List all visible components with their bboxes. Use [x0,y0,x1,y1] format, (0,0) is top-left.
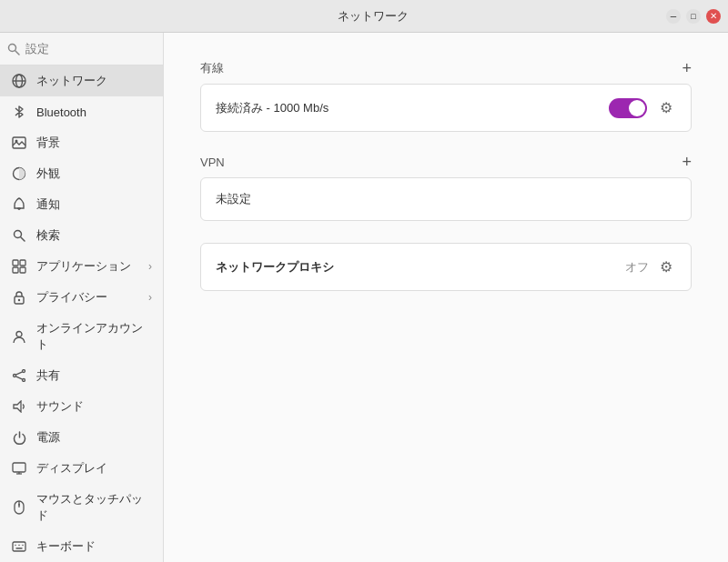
sidebar: ☰ ネットワーク Bluetooth [0,33,164,562]
background-icon [11,135,27,151]
svg-rect-12 [20,260,25,266]
privacy-icon [11,289,27,306]
sidebar-item-label: マウスとタッチパッド [36,491,152,524]
proxy-section: ネットワークプロキシ オフ ⚙ [200,243,692,291]
wired-connection-card: 接続済み - 1000 Mb/s ⚙ [200,84,692,132]
proxy-card: ネットワークプロキシ オフ ⚙ [200,243,692,291]
svg-rect-30 [13,542,25,551]
search-icon [7,43,20,55]
svg-line-22 [15,376,22,379]
sidebar-item-label: 電源 [36,429,60,446]
wired-toggle[interactable] [609,98,647,118]
wired-section: 有線 + 接続済み - 1000 Mb/s ⚙ [200,60,692,132]
search-sidebar-icon [11,227,27,244]
main-content: 有線 + 接続済み - 1000 Mb/s ⚙ VPN + 未設定 [164,33,728,562]
bluetooth-icon [11,104,27,120]
sidebar-search-bar: ☰ [0,33,163,65]
window-controls: ─ □ ✕ [666,9,721,24]
sidebar-item-label: Bluetooth [36,105,86,119]
svg-point-19 [23,379,25,382]
sidebar-item-applications[interactable]: アプリケーション › [0,251,163,282]
applications-icon [11,258,27,275]
sidebar-item-label: 背景 [36,135,60,151]
proxy-status: オフ [625,259,649,276]
wired-section-header: 有線 + [200,60,692,76]
wired-add-button[interactable]: + [682,60,692,76]
sidebar-item-label: 外観 [36,166,60,182]
wired-section-title: 有線 [200,60,224,76]
sidebar-item-bluetooth[interactable]: Bluetooth [0,96,163,127]
wired-connection-label: 接続済み - 1000 Mb/s [216,100,609,116]
sidebar-item-mouse-touchpad[interactable]: マウスとタッチパッド [0,484,163,531]
sidebar-item-label: サウンド [36,398,84,415]
power-icon [11,429,27,446]
svg-rect-14 [20,267,25,273]
sidebar-item-notification[interactable]: 通知 [0,189,163,220]
sidebar-item-appearance[interactable]: 外観 [0,158,163,189]
sidebar-item-label: 検索 [36,227,60,244]
svg-point-18 [23,370,25,373]
wired-settings-button[interactable]: ⚙ [656,97,676,118]
vpn-no-config-card: 未設定 [200,177,692,221]
sidebar-item-label: オンラインアカウント [36,320,152,353]
svg-point-17 [16,332,22,337]
search-input[interactable] [25,42,164,55]
vpn-section: VPN + 未設定 [200,154,692,221]
titlebar: ネットワーク ─ □ ✕ [0,0,728,33]
vpn-section-title: VPN [200,156,225,169]
app-layout: ☰ ネットワーク Bluetooth [0,33,728,562]
sidebar-item-background[interactable]: 背景 [0,127,163,158]
svg-line-1 [15,50,20,55]
window-title: ネットワーク [80,8,666,25]
vpn-section-header: VPN + [200,154,692,170]
sidebar-item-label: プライバシー [36,289,107,306]
sidebar-item-label: ネットワーク [36,73,107,89]
proxy-settings-button[interactable]: ⚙ [656,256,676,277]
keyboard-icon [11,538,27,555]
close-button[interactable]: ✕ [706,9,721,24]
maximize-button[interactable]: □ [686,9,701,24]
display-icon [11,460,27,477]
svg-point-16 [18,299,20,301]
chevron-right-icon: › [148,291,152,304]
mouse-icon [11,499,27,516]
sidebar-item-display[interactable]: ディスプレイ [0,453,163,484]
notification-icon [11,196,27,213]
sidebar-item-label: アプリケーション [36,258,131,275]
sharing-icon [11,367,27,384]
sidebar-item-sharing[interactable]: 共有 [0,360,163,391]
online-accounts-icon [11,328,27,345]
sidebar-item-search[interactable]: 検索 [0,220,163,251]
sidebar-item-label: キーボード [36,538,96,555]
sound-icon [11,398,27,415]
svg-point-20 [14,375,16,377]
vpn-no-config-label: 未設定 [216,191,676,207]
sidebar-item-label: ディスプレイ [36,460,107,477]
sidebar-item-power[interactable]: 電源 [0,422,163,453]
sidebar-item-network[interactable]: ネットワーク [0,65,163,96]
chevron-right-icon: › [148,260,152,273]
svg-marker-23 [14,401,21,412]
svg-line-10 [21,237,25,242]
svg-rect-11 [13,260,18,266]
sidebar-item-keyboard[interactable]: キーボード [0,531,163,562]
proxy-label: ネットワークプロキシ [216,259,625,276]
sidebar-item-label: 通知 [36,196,60,213]
svg-line-21 [15,372,22,375]
svg-rect-13 [13,267,18,273]
vpn-add-button[interactable]: + [682,154,692,170]
minimize-button[interactable]: ─ [666,9,681,24]
svg-point-29 [18,504,20,506]
sidebar-item-online-accounts[interactable]: オンラインアカウント [0,313,163,360]
sidebar-item-sound[interactable]: サウンド [0,391,163,422]
appearance-icon [11,166,27,182]
toggle-slider [609,98,647,118]
sidebar-item-label: 共有 [36,367,60,384]
sidebar-item-privacy[interactable]: プライバシー › [0,282,163,313]
network-icon [11,73,27,89]
svg-rect-24 [13,463,25,472]
